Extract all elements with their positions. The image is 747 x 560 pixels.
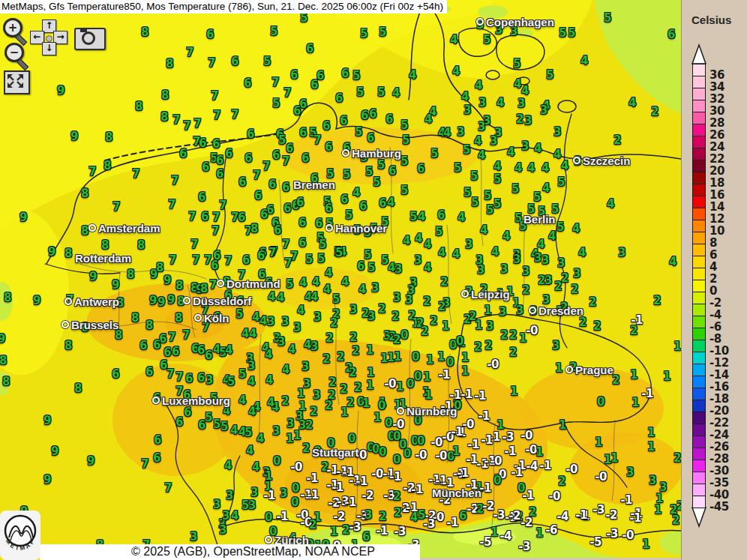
temp-value: 6 <box>361 109 368 122</box>
temp-value: 6 <box>146 365 153 379</box>
temp-value: -1 <box>411 483 423 496</box>
temp-value: -0 <box>595 470 607 484</box>
temp-value: 8 <box>4 291 11 304</box>
temp-value: 7 <box>182 328 190 342</box>
city-marker-icon <box>183 297 190 304</box>
temp-value: 2 <box>509 346 517 359</box>
city-label: Köln <box>204 312 229 325</box>
colorbar-label: 22 <box>710 154 724 165</box>
temp-value: 5 <box>377 158 385 172</box>
temp-value: 4 <box>438 246 446 259</box>
city-label: Düsseldorf <box>193 295 251 307</box>
temp-value: 3 <box>534 251 542 265</box>
temp-value: 4 <box>252 460 260 474</box>
temp-value: 7 <box>169 253 176 267</box>
temp-value: 2 <box>305 418 313 432</box>
temp-value: 7 <box>211 89 218 103</box>
temp-value: 3 <box>513 253 520 266</box>
weather-map[interactable]: 5553386555676545587655466654456764449877… <box>0 0 681 560</box>
temp-value: 1 <box>647 426 655 439</box>
temp-value: 5 <box>494 172 501 186</box>
temp-value: 3 <box>250 486 258 499</box>
temp-value: -1 <box>376 524 388 538</box>
temp-value: 5 <box>360 27 368 40</box>
temp-value: 6 <box>244 76 251 90</box>
temp-value: 6 <box>282 181 290 194</box>
temp-value: 1 <box>396 380 404 394</box>
temp-value: 6 <box>272 148 280 162</box>
colorbar-label: 0 <box>710 286 717 297</box>
temp-value: 6 <box>242 253 250 267</box>
temp-value: 6 <box>184 406 191 419</box>
pan-down-button[interactable]: ↓ <box>42 42 56 55</box>
temp-value: 3 <box>626 466 634 479</box>
temp-value: 2 <box>423 295 430 308</box>
temp-value: 0 <box>417 434 424 448</box>
temp-value: -1 <box>307 488 319 502</box>
city-label: Dortmund <box>226 277 280 290</box>
colorbar-label: -6 <box>710 322 722 333</box>
temp-value: 1 <box>461 351 469 364</box>
temp-value: 7 <box>186 46 194 59</box>
city-marker-icon <box>397 407 404 415</box>
temp-value: 9 <box>164 274 171 287</box>
temp-value: 7 <box>314 133 321 147</box>
zoom-out-button[interactable]: − <box>4 43 32 70</box>
temp-value: 4 <box>461 90 469 103</box>
temp-value: 4 <box>238 394 246 407</box>
temp-value: 3 <box>405 293 412 307</box>
temp-value: 2 <box>393 333 400 346</box>
temp-value: 5 <box>205 411 212 424</box>
temp-value: 4 <box>266 373 273 387</box>
temp-value: 6 <box>437 208 445 222</box>
metmaps-logo[interactable]: METMAPS <box>0 511 40 560</box>
temp-value: 3 <box>213 498 220 511</box>
colorbar-scale <box>692 64 706 508</box>
temp-value: 2 <box>558 475 566 488</box>
temp-value: 8 <box>135 100 142 113</box>
temp-value: 4 <box>424 261 431 274</box>
temp-value: 1 <box>330 525 338 538</box>
colorbar-label: -8 <box>710 334 722 345</box>
temp-value: 7 <box>284 256 292 270</box>
temp-value: -2 <box>508 509 520 523</box>
colorbar-box <box>692 220 706 232</box>
temp-value: 4 <box>458 211 465 224</box>
temp-value: 9 <box>48 245 56 259</box>
colorbar-label: 18 <box>710 178 724 189</box>
colorbar-label: 8 <box>710 238 717 249</box>
temp-value: -3 <box>606 527 618 541</box>
temp-value: 2 <box>561 271 568 285</box>
fullscreen-button[interactable] <box>4 70 30 94</box>
temp-value: 4 <box>542 161 549 175</box>
temp-value: 7 <box>171 174 178 187</box>
screenshot-button[interactable] <box>74 28 106 50</box>
colorbar-box <box>692 136 706 148</box>
temp-value: -1 <box>629 511 641 525</box>
temp-value: 4 <box>450 33 458 46</box>
colorbar-label: 32 <box>710 94 724 105</box>
temp-value: -6 <box>545 523 557 537</box>
temp-value: 4 <box>225 343 232 357</box>
colorbar-box <box>692 280 706 292</box>
temp-value: -0 <box>487 358 499 371</box>
temp-value: -0 <box>490 454 502 468</box>
temp-value: 3 <box>542 253 549 267</box>
zoom-in-button[interactable]: + <box>3 18 30 45</box>
colorbar-box <box>692 172 706 184</box>
temp-value: 4 <box>242 327 249 340</box>
temp-value: 0 <box>348 432 356 445</box>
temp-value: -2 <box>362 489 374 502</box>
temp-value: -4 <box>526 460 538 473</box>
temp-value: 4 <box>297 304 304 317</box>
city-marker-icon <box>461 290 469 298</box>
temp-value: 5 <box>373 175 380 189</box>
temp-value: 5 <box>364 248 371 262</box>
attribution-text: © 2025 (AGB), OpenStreetMap, NOAA NCEP <box>131 545 375 559</box>
temp-value: 4 <box>410 511 418 524</box>
temp-value: 8 <box>101 238 109 252</box>
temp-value: 7 <box>172 113 180 127</box>
temp-value: -0 <box>520 429 532 442</box>
temp-value: 7 <box>168 198 176 211</box>
temp-value: 3 <box>226 489 233 502</box>
